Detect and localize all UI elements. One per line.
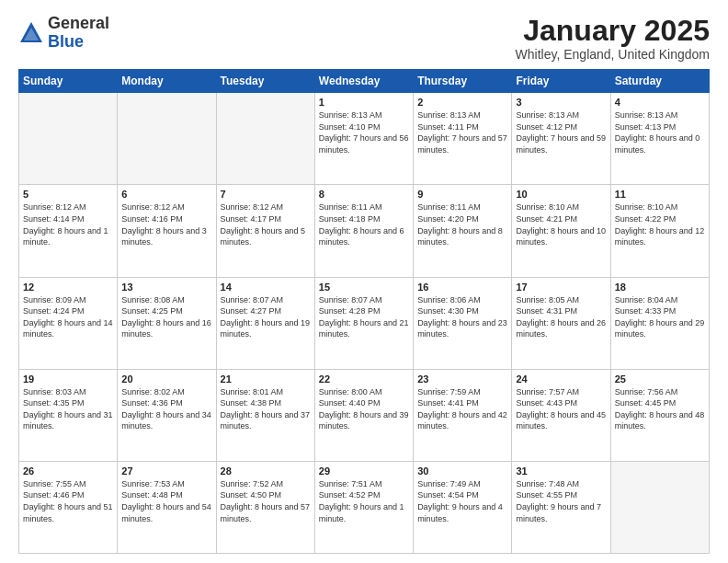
day-cell: 7Sunrise: 8:12 AM Sunset: 4:17 PM Daylig… bbox=[216, 185, 314, 277]
day-cell: 12Sunrise: 8:09 AM Sunset: 4:24 PM Dayli… bbox=[19, 277, 118, 369]
day-number: 18 bbox=[615, 282, 705, 293]
title-block: January 2025 Whitley, England, United Ki… bbox=[516, 15, 710, 62]
day-number: 9 bbox=[417, 189, 507, 200]
day-number: 25 bbox=[615, 373, 705, 385]
day-number: 24 bbox=[516, 373, 606, 385]
day-cell bbox=[216, 93, 314, 185]
day-cell: 11Sunrise: 8:10 AM Sunset: 4:22 PM Dayli… bbox=[610, 185, 709, 277]
day-number: 22 bbox=[319, 373, 409, 385]
day-cell: 14Sunrise: 8:07 AM Sunset: 4:27 PM Dayli… bbox=[216, 277, 314, 369]
day-cell: 28Sunrise: 7:52 AM Sunset: 4:50 PM Dayli… bbox=[216, 461, 314, 553]
day-header-sunday: Sunday bbox=[19, 70, 118, 93]
day-cell: 3Sunrise: 8:13 AM Sunset: 4:12 PM Daylig… bbox=[512, 93, 610, 185]
day-header-wednesday: Wednesday bbox=[314, 70, 413, 93]
day-number: 20 bbox=[121, 373, 211, 385]
day-number: 13 bbox=[121, 282, 211, 293]
day-number: 17 bbox=[516, 282, 606, 293]
day-info: Sunrise: 7:52 AM Sunset: 4:50 PM Dayligh… bbox=[221, 478, 311, 524]
day-cell: 2Sunrise: 8:13 AM Sunset: 4:11 PM Daylig… bbox=[414, 93, 512, 185]
day-info: Sunrise: 7:59 AM Sunset: 4:41 PM Dayligh… bbox=[417, 386, 507, 432]
page: General Blue January 2025 Whitley, Engla… bbox=[0, 0, 728, 563]
day-cell: 30Sunrise: 7:49 AM Sunset: 4:54 PM Dayli… bbox=[414, 461, 512, 553]
day-cell: 23Sunrise: 7:59 AM Sunset: 4:41 PM Dayli… bbox=[414, 369, 512, 461]
day-cell: 6Sunrise: 8:12 AM Sunset: 4:16 PM Daylig… bbox=[118, 185, 216, 277]
day-info: Sunrise: 7:55 AM Sunset: 4:46 PM Dayligh… bbox=[23, 478, 113, 524]
day-cell: 19Sunrise: 8:03 AM Sunset: 4:35 PM Dayli… bbox=[19, 369, 118, 461]
day-header-friday: Friday bbox=[512, 70, 610, 93]
day-cell: 17Sunrise: 8:05 AM Sunset: 4:31 PM Dayli… bbox=[512, 277, 610, 369]
day-number: 3 bbox=[516, 97, 606, 108]
day-info: Sunrise: 8:04 AM Sunset: 4:33 PM Dayligh… bbox=[615, 294, 705, 340]
day-info: Sunrise: 8:09 AM Sunset: 4:24 PM Dayligh… bbox=[23, 294, 113, 340]
day-info: Sunrise: 8:13 AM Sunset: 4:13 PM Dayligh… bbox=[615, 109, 705, 155]
day-cell bbox=[19, 93, 118, 185]
day-info: Sunrise: 8:10 AM Sunset: 4:22 PM Dayligh… bbox=[615, 201, 705, 247]
day-info: Sunrise: 8:13 AM Sunset: 4:10 PM Dayligh… bbox=[319, 109, 409, 155]
day-cell: 26Sunrise: 7:55 AM Sunset: 4:46 PM Dayli… bbox=[19, 461, 118, 553]
day-cell: 4Sunrise: 8:13 AM Sunset: 4:13 PM Daylig… bbox=[610, 93, 709, 185]
day-cell: 18Sunrise: 8:04 AM Sunset: 4:33 PM Dayli… bbox=[610, 277, 709, 369]
day-number: 16 bbox=[417, 282, 507, 293]
day-cell: 21Sunrise: 8:01 AM Sunset: 4:38 PM Dayli… bbox=[216, 369, 314, 461]
day-number: 28 bbox=[221, 465, 311, 477]
day-number: 23 bbox=[417, 373, 507, 385]
day-info: Sunrise: 8:13 AM Sunset: 4:11 PM Dayligh… bbox=[417, 109, 507, 155]
week-row: 19Sunrise: 8:03 AM Sunset: 4:35 PM Dayli… bbox=[19, 369, 710, 461]
day-info: Sunrise: 8:02 AM Sunset: 4:36 PM Dayligh… bbox=[121, 386, 211, 432]
day-number: 8 bbox=[319, 189, 409, 200]
day-cell: 29Sunrise: 7:51 AM Sunset: 4:52 PM Dayli… bbox=[314, 461, 413, 553]
day-info: Sunrise: 7:57 AM Sunset: 4:43 PM Dayligh… bbox=[516, 386, 606, 432]
day-number: 12 bbox=[23, 282, 113, 293]
day-header-saturday: Saturday bbox=[610, 70, 709, 93]
day-info: Sunrise: 8:08 AM Sunset: 4:25 PM Dayligh… bbox=[121, 294, 211, 340]
day-cell: 10Sunrise: 8:10 AM Sunset: 4:21 PM Dayli… bbox=[512, 185, 610, 277]
day-cell: 9Sunrise: 8:11 AM Sunset: 4:20 PM Daylig… bbox=[414, 185, 512, 277]
header-row: SundayMondayTuesdayWednesdayThursdayFrid… bbox=[19, 70, 710, 93]
week-row: 26Sunrise: 7:55 AM Sunset: 4:46 PM Dayli… bbox=[19, 461, 710, 553]
week-row: 1Sunrise: 8:13 AM Sunset: 4:10 PM Daylig… bbox=[19, 93, 710, 185]
day-info: Sunrise: 7:49 AM Sunset: 4:54 PM Dayligh… bbox=[417, 478, 507, 524]
day-cell bbox=[118, 93, 216, 185]
logo-general: General bbox=[48, 14, 109, 32]
day-info: Sunrise: 7:48 AM Sunset: 4:55 PM Dayligh… bbox=[516, 478, 606, 524]
day-number: 4 bbox=[615, 97, 705, 108]
calendar-subtitle: Whitley, England, United Kingdom bbox=[516, 47, 710, 62]
day-info: Sunrise: 8:11 AM Sunset: 4:20 PM Dayligh… bbox=[417, 201, 507, 247]
day-cell: 22Sunrise: 8:00 AM Sunset: 4:40 PM Dayli… bbox=[314, 369, 413, 461]
day-info: Sunrise: 8:10 AM Sunset: 4:21 PM Dayligh… bbox=[516, 201, 606, 247]
day-header-tuesday: Tuesday bbox=[216, 70, 314, 93]
day-info: Sunrise: 8:11 AM Sunset: 4:18 PM Dayligh… bbox=[319, 201, 409, 247]
day-cell: 25Sunrise: 7:56 AM Sunset: 4:45 PM Dayli… bbox=[610, 369, 709, 461]
day-cell: 16Sunrise: 8:06 AM Sunset: 4:30 PM Dayli… bbox=[414, 277, 512, 369]
day-number: 15 bbox=[319, 282, 409, 293]
day-info: Sunrise: 8:00 AM Sunset: 4:40 PM Dayligh… bbox=[319, 386, 409, 432]
day-info: Sunrise: 8:07 AM Sunset: 4:27 PM Dayligh… bbox=[221, 294, 311, 340]
day-info: Sunrise: 8:12 AM Sunset: 4:17 PM Dayligh… bbox=[221, 201, 311, 247]
day-info: Sunrise: 8:12 AM Sunset: 4:14 PM Dayligh… bbox=[23, 201, 113, 247]
day-cell: 8Sunrise: 8:11 AM Sunset: 4:18 PM Daylig… bbox=[314, 185, 413, 277]
calendar-table: SundayMondayTuesdayWednesdayThursdayFrid… bbox=[18, 69, 710, 554]
day-number: 5 bbox=[23, 189, 113, 200]
header: General Blue January 2025 Whitley, Engla… bbox=[18, 15, 710, 62]
day-number: 1 bbox=[319, 97, 409, 108]
day-info: Sunrise: 8:03 AM Sunset: 4:35 PM Dayligh… bbox=[23, 386, 113, 432]
day-number: 30 bbox=[417, 465, 507, 477]
day-cell: 1Sunrise: 8:13 AM Sunset: 4:10 PM Daylig… bbox=[314, 93, 413, 185]
day-number: 11 bbox=[615, 189, 705, 200]
day-number: 26 bbox=[23, 465, 113, 477]
day-cell: 31Sunrise: 7:48 AM Sunset: 4:55 PM Dayli… bbox=[512, 461, 610, 553]
day-number: 19 bbox=[23, 373, 113, 385]
day-info: Sunrise: 8:01 AM Sunset: 4:38 PM Dayligh… bbox=[221, 386, 311, 432]
day-number: 10 bbox=[516, 189, 606, 200]
day-cell: 20Sunrise: 8:02 AM Sunset: 4:36 PM Dayli… bbox=[118, 369, 216, 461]
logo: General Blue bbox=[18, 15, 109, 52]
day-info: Sunrise: 8:05 AM Sunset: 4:31 PM Dayligh… bbox=[516, 294, 606, 340]
day-info: Sunrise: 8:07 AM Sunset: 4:28 PM Dayligh… bbox=[319, 294, 409, 340]
day-info: Sunrise: 7:56 AM Sunset: 4:45 PM Dayligh… bbox=[615, 386, 705, 432]
day-cell: 24Sunrise: 7:57 AM Sunset: 4:43 PM Dayli… bbox=[512, 369, 610, 461]
day-info: Sunrise: 8:06 AM Sunset: 4:30 PM Dayligh… bbox=[417, 294, 507, 340]
day-cell: 13Sunrise: 8:08 AM Sunset: 4:25 PM Dayli… bbox=[118, 277, 216, 369]
day-header-thursday: Thursday bbox=[414, 70, 512, 93]
day-info: Sunrise: 7:53 AM Sunset: 4:48 PM Dayligh… bbox=[121, 478, 211, 524]
day-cell: 27Sunrise: 7:53 AM Sunset: 4:48 PM Dayli… bbox=[118, 461, 216, 553]
